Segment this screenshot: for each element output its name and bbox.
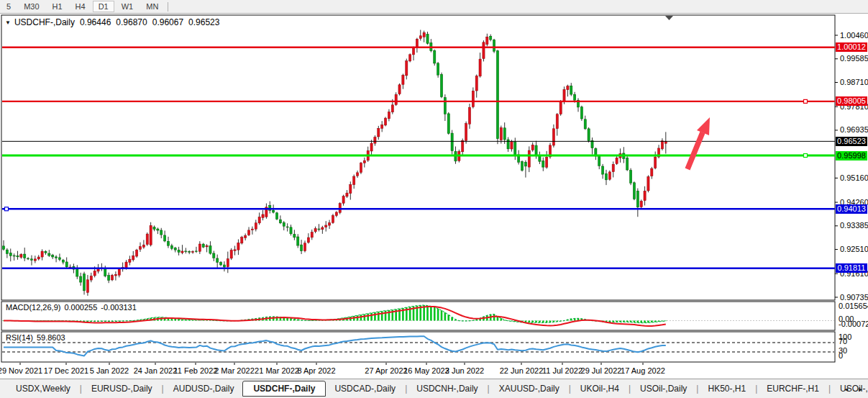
chart-tab[interactable]: EURUSD-,Daily <box>83 381 161 397</box>
chart-tab[interactable]: AUDUSD-,Daily <box>165 381 243 397</box>
chart-tab[interactable]: EURCHF-,H1 <box>758 381 828 397</box>
date-label: 29 Jul 2022 <box>581 366 622 375</box>
price-tick-label: 0.92510 <box>840 245 868 253</box>
rsi-axis-0: 0 <box>839 351 843 360</box>
chart-tab[interactable]: USDCAD-,Daily <box>326 381 404 397</box>
chart-tab[interactable]: USDCHF-,Daily <box>242 381 326 397</box>
chart-tab[interactable]: USOil-,Daily <box>631 381 695 397</box>
date-label: 17 Aug 2022 <box>621 366 665 375</box>
date-label: 24 Jan 2022 <box>134 366 178 375</box>
main-panel-frame <box>1 15 835 300</box>
price-tick-label: 0.96935 <box>840 125 868 134</box>
chart-tab[interactable]: XAUUSD-,Daily <box>490 381 568 397</box>
hline-handle[interactable] <box>804 99 808 103</box>
date-label: 11 Jul 2022 <box>542 366 583 375</box>
rsi-value: 59.8603 <box>37 333 65 342</box>
toolbar-separator <box>168 2 168 12</box>
chart-tab[interactable]: HK50-,H1 <box>699 381 754 397</box>
chart-symbol-period: USDCHF-,Daily <box>14 17 75 27</box>
current-price-badge: 0.96523 <box>836 137 867 146</box>
timeframe-h4[interactable]: H4 <box>70 1 91 12</box>
price-tick-label: 0.93385 <box>840 221 868 230</box>
price-line-badge: 0.94013 <box>836 204 867 214</box>
price-line-badge: 1.00012 <box>836 42 867 52</box>
ohlc-open: 0.96446 <box>80 17 111 27</box>
price-line-badge: 0.95998 <box>836 151 867 160</box>
collapse-triangle-icon[interactable]: ▼ <box>5 19 11 26</box>
timeframe-d1[interactable]: D1 <box>93 1 114 12</box>
macd-main-value: 0.000255 <box>64 303 97 312</box>
timeframe-m30[interactable]: M30 <box>18 1 45 12</box>
ohlc-low: 0.96067 <box>152 17 183 27</box>
rsi-axis-70: 70 <box>839 337 847 345</box>
chart-tabs: USDX,Weekly|EURUSD-,Daily|AUDUSD-,DailyU… <box>0 379 868 398</box>
date-label: 5 Jan 2022 <box>90 366 129 375</box>
price-tick-label: 0.90735 <box>840 293 868 302</box>
tab-scroll-left-icon[interactable]: ◂ <box>844 385 848 393</box>
timeframe-w1[interactable]: W1 <box>116 1 140 12</box>
tab-scroll-right-icon[interactable]: ▸ <box>859 385 862 393</box>
price-tick-label: 0.95160 <box>840 173 868 182</box>
macd-axis-min: -0.0007259 <box>839 320 868 328</box>
timeframe-toolbar: 5M30H1H4D1W1MN <box>0 0 868 14</box>
macd-name: MACD(12,26,9) <box>6 303 60 312</box>
chart-tab[interactable]: USDCNH-,Daily <box>408 381 486 397</box>
chart-canvas[interactable] <box>0 0 868 398</box>
rsi-name: RSI(14) <box>6 333 33 342</box>
timeframe-mn[interactable]: MN <box>140 1 164 12</box>
date-label: 17 Dec 2021 <box>44 366 88 375</box>
date-label: 11 Feb 2022 <box>174 366 218 375</box>
macd-signal-value: -0.003131 <box>101 303 137 312</box>
macd-axis-max: 0.015654 <box>839 302 868 310</box>
hline-handle[interactable] <box>5 207 9 211</box>
macd-label: MACD(12,26,9)0.000255-0.003131 <box>6 303 140 312</box>
date-label: 27 Apr 2022 <box>365 366 407 375</box>
date-label: 8 Apr 2022 <box>297 366 335 375</box>
hline-handle[interactable] <box>804 154 808 158</box>
date-label: 2 Mar 2022 <box>214 366 255 375</box>
chart-tab[interactable]: USDX,Weekly <box>7 381 79 397</box>
date-label: 22 Jun 2022 <box>500 366 544 375</box>
ohlc-high: 0.96870 <box>116 17 147 27</box>
price-tick-label: 0.98710 <box>840 78 868 86</box>
mt4-window: 5M30H1H4D1W1MN ▼USDCHF-,Daily0.964460.96… <box>0 0 868 398</box>
price-line-badge: 0.91811 <box>836 263 867 273</box>
price-tick-label: 0.99585 <box>840 54 868 63</box>
price-line-badge: 0.98005 <box>836 96 867 106</box>
chart-title: ▼USDCHF-,Daily0.964460.968700.960670.965… <box>5 17 219 27</box>
chart-tab[interactable]: UKOil-,H4 <box>572 381 628 397</box>
tab-scroll-arrows: ◂ ▸ <box>836 385 862 393</box>
ohlc-close: 0.96523 <box>188 17 219 27</box>
timeframe-5[interactable]: 5 <box>1 1 17 12</box>
price-tick-label: 1.00460 <box>840 31 868 40</box>
rsi-label: RSI(14)59.8603 <box>6 333 69 342</box>
date-label: 3 Jun 2022 <box>445 366 484 375</box>
date-label: 21 Mar 2022 <box>255 366 299 375</box>
date-label: 29 Nov 2021 <box>0 366 42 375</box>
date-label: 16 May 2022 <box>403 366 449 375</box>
timeframe-h1[interactable]: H1 <box>47 1 68 12</box>
